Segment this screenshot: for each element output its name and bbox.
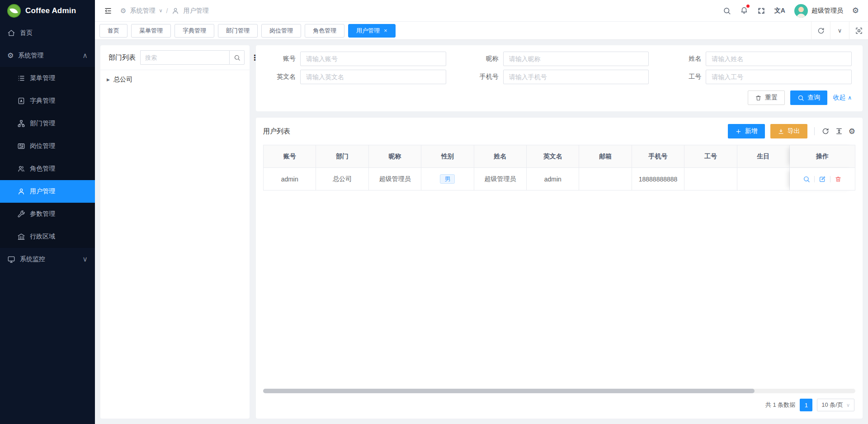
filter-actions: 重置 查询 收起 ∧ [263, 91, 852, 105]
nickname-input[interactable] [503, 52, 649, 66]
tab-user-mgmt[interactable]: 用户管理 × [348, 24, 396, 38]
dictionary-icon [17, 97, 25, 105]
account-input[interactable] [300, 52, 446, 66]
tab-role-mgmt[interactable]: 角色管理 [305, 24, 344, 38]
job-no-input[interactable] [706, 70, 852, 84]
refresh-icon [817, 27, 825, 35]
notification-bell[interactable] [740, 6, 748, 15]
search-icon [797, 95, 804, 101]
en-name-input[interactable] [300, 70, 446, 84]
chevron-down-icon[interactable]: ∨ [159, 8, 162, 13]
user-table: 账号 部门 昵称 性别 姓名 英文名 邮箱 手机号 工号 生日 操作 admin [263, 145, 855, 191]
sidebar-group-monitor[interactable]: 系统监控 ∨ [0, 248, 95, 271]
total-count: 共 1 条数据 [765, 401, 795, 409]
query-button[interactable]: 查询 [790, 91, 827, 105]
trash-icon [835, 176, 842, 183]
search-icon[interactable] [723, 7, 731, 15]
settings-gear-icon[interactable]: ⚙ [852, 7, 859, 14]
col-header-actions: 操作 [790, 145, 855, 168]
sidebar-item-label: 参数管理 [30, 210, 55, 218]
content: 部门列表 ⋮ ▶ 总公司 [95, 40, 868, 424]
sidebar-item-label: 角色管理 [30, 165, 55, 173]
page-1-button[interactable]: 1 [800, 399, 812, 411]
phone-input[interactable] [503, 70, 649, 84]
table-actions: 新增 导出 ⚙ [728, 124, 855, 138]
collapse-filter-link[interactable]: 收起 ∧ [833, 94, 852, 102]
cell-account: admin [263, 168, 316, 191]
tab-dept-mgmt[interactable]: 部门管理 [218, 24, 258, 38]
table-row: admin 总公司 超级管理员 男 超级管理员 admin 1888888888… [263, 168, 855, 191]
id-card-icon [17, 142, 25, 150]
search-icon [234, 54, 241, 61]
dept-search-button[interactable] [229, 50, 245, 65]
dept-search-input[interactable] [140, 50, 229, 65]
user-icon [171, 7, 179, 15]
caret-right-icon[interactable]: ▶ [107, 78, 110, 82]
gear-icon: ⚙ [120, 7, 126, 14]
tab-menu-mgmt[interactable]: 菜单管理 [131, 24, 171, 38]
top-header: ⚙ 系统管理 ∨ / 用户管理 文A 超级管理员 ⚙ [95, 0, 868, 22]
cell-gender: 男 [421, 168, 474, 191]
table-title: 用户列表 [263, 127, 290, 136]
column-settings-button[interactable]: ⚙ [849, 128, 855, 135]
view-row-button[interactable] [803, 176, 810, 183]
app-title: Coffee Admin [25, 6, 76, 15]
user-icon [17, 187, 25, 195]
breadcrumb-section[interactable]: 系统管理 [130, 7, 155, 15]
col-header-phone: 手机号 [632, 145, 684, 168]
bank-icon [17, 233, 25, 241]
refresh-table-button[interactable] [821, 127, 830, 135]
pagination: 共 1 条数据 1 10 条/页 ∨ [263, 393, 855, 414]
close-icon[interactable]: × [384, 27, 387, 34]
horizontal-scrollbar[interactable] [263, 389, 855, 393]
leaf-logo-icon [7, 4, 21, 18]
main-area: ⚙ 系统管理 ∨ / 用户管理 文A 超级管理员 ⚙ 首页 菜单管理 字典管理 [95, 0, 868, 424]
sidebar-item-label: 行政区域 [30, 233, 55, 241]
sidebar-group-system[interactable]: ⚙ 系统管理 ∧ [0, 44, 95, 67]
sidebar-item-param-mgmt[interactable]: 参数管理 [0, 203, 95, 225]
translate-icon[interactable]: 文A [774, 7, 785, 15]
user-menu[interactable]: 超级管理员 [794, 4, 843, 18]
edit-row-button[interactable] [819, 176, 826, 183]
tab-post-mgmt[interactable]: 岗位管理 [261, 24, 301, 38]
chevron-down-icon: ∨ [838, 28, 842, 33]
sidebar-group-label: 系统管理 [18, 52, 43, 60]
sidebar-item-dict-mgmt[interactable]: 字典管理 [0, 90, 95, 112]
system-submenu: 菜单管理 字典管理 部门管理 岗位管理 角色管理 用户管理 参数管理 行政区域 [0, 67, 95, 248]
refresh-tab-button[interactable] [811, 22, 830, 40]
sidebar-item-region-mgmt[interactable]: 行政区域 [0, 225, 95, 248]
sidebar-item-user-mgmt[interactable]: 用户管理 [0, 180, 95, 203]
sidebar-item-label: 用户管理 [30, 187, 55, 195]
reset-button[interactable]: 重置 [748, 91, 785, 105]
cell-email [579, 168, 632, 191]
row-density-button[interactable] [835, 127, 843, 135]
sidebar-item-role-mgmt[interactable]: 角色管理 [0, 157, 95, 180]
collapse-sidebar-icon[interactable] [104, 7, 112, 15]
col-header-account: 账号 [263, 145, 316, 168]
fullscreen-icon[interactable] [757, 7, 765, 15]
export-button[interactable]: 导出 [770, 124, 807, 138]
tab-dict-mgmt[interactable]: 字典管理 [175, 24, 214, 38]
sidebar-item-post-mgmt[interactable]: 岗位管理 [0, 135, 95, 157]
page-size-select[interactable]: 10 条/页 ∨ [817, 399, 854, 411]
col-header-job-no: 工号 [684, 145, 737, 168]
dept-panel-title: 部门列表 [108, 53, 136, 62]
monitor-icon [7, 255, 15, 263]
sidebar-item-menu-mgmt[interactable]: 菜单管理 [0, 67, 95, 90]
sidebar-item-home[interactable]: 首页 [0, 22, 95, 44]
tree-node-root[interactable]: ▶ 总公司 [107, 76, 243, 84]
tab-home[interactable]: 首页 [99, 24, 127, 38]
plus-icon [735, 128, 742, 135]
chevron-down-icon: ∨ [846, 403, 850, 408]
delete-row-button[interactable] [835, 176, 842, 183]
name-input[interactable] [706, 52, 852, 66]
header-actions: 文A 超级管理员 ⚙ [723, 4, 859, 18]
maximize-content-button[interactable] [849, 22, 868, 40]
scrollbar-thumb[interactable] [263, 389, 755, 393]
divider [830, 176, 830, 182]
gear-icon: ⚙ [7, 52, 14, 59]
chevron-down-icon: ∨ [82, 256, 88, 263]
add-user-button[interactable]: 新增 [728, 124, 765, 138]
sidebar-item-dept-mgmt[interactable]: 部门管理 [0, 112, 95, 135]
tab-list-dropdown-button[interactable]: ∨ [830, 22, 849, 40]
